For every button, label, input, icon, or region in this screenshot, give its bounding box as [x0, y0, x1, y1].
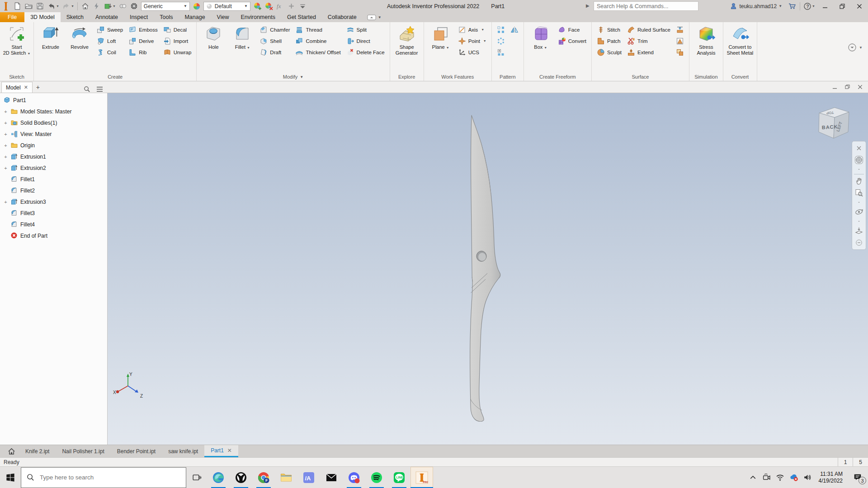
view-cube[interactable]: BACKLEFTTOP: [812, 102, 855, 145]
undo-icon[interactable]: ▼: [46, 1, 61, 11]
fx-icon[interactable]: fx: [274, 1, 286, 11]
chevron-up-icon[interactable]: [746, 467, 760, 488]
patch-button[interactable]: Patch: [595, 35, 623, 47]
doc-tab-saw-knife-ipt[interactable]: saw knife.ipt: [162, 445, 204, 457]
copy-object-button[interactable]: [674, 47, 686, 58]
close-icon[interactable]: ✕: [227, 447, 232, 454]
taskbar-explorer[interactable]: [275, 467, 297, 488]
doc-tab-nail-polisher-1-ipt[interactable]: Nail Polisher 1.ipt: [56, 445, 110, 457]
doc-close-icon[interactable]: [858, 84, 863, 89]
browser-tab-model[interactable]: Model ✕: [1, 82, 33, 93]
taskbar-xbox[interactable]: [230, 467, 252, 488]
unwrap-button[interactable]: Unwrap: [161, 47, 193, 58]
restore-button[interactable]: [834, 0, 851, 12]
save-icon[interactable]: [34, 1, 46, 11]
thread-button[interactable]: Thread: [293, 24, 342, 35]
ribbon-display-toggle[interactable]: ▼: [363, 12, 386, 22]
point-button[interactable]: Point▼: [456, 35, 488, 47]
tab-get-started[interactable]: Get Started: [281, 12, 322, 22]
tab-inspect[interactable]: Inspect: [124, 12, 154, 22]
fillet-button[interactable]: Fillet ▼: [228, 23, 257, 51]
material-combo[interactable]: Generic▼: [141, 2, 190, 11]
decal-button[interactable]: Decal: [161, 24, 193, 35]
panel-label-modify[interactable]: Modify▼: [197, 73, 389, 81]
redo-icon[interactable]: ▼: [61, 1, 75, 11]
chamfer-button[interactable]: Chamfer: [258, 24, 292, 35]
rib-button[interactable]: Rib: [127, 47, 160, 58]
wifi-icon[interactable]: [774, 467, 787, 488]
tree-item-extrusion2[interactable]: +Extrusion2: [0, 162, 107, 174]
ribbon-collapse-button[interactable]: ▼: [848, 43, 863, 52]
convert-button[interactable]: Convert: [556, 35, 588, 47]
constraints-icon[interactable]: [117, 1, 128, 11]
appearance-combo[interactable]: Default▼: [203, 2, 250, 11]
fit-mesh-face-button[interactable]: [674, 35, 686, 47]
tab-tools[interactable]: Tools: [154, 12, 179, 22]
help-search-box[interactable]: [594, 1, 698, 11]
hole-button[interactable]: Hole: [199, 23, 228, 50]
tab-sketch[interactable]: Sketch: [61, 12, 90, 22]
doc-minimize-icon[interactable]: [832, 84, 837, 89]
coil-button[interactable]: Coil: [95, 47, 125, 58]
convert-to-sheet-metal-button[interactable]: Convert toSheet Metal: [726, 23, 755, 56]
thicken-offset-button[interactable]: Thicken/ Offset: [293, 47, 342, 58]
new-file-icon[interactable]: [12, 1, 23, 11]
tab-view[interactable]: View: [211, 12, 235, 22]
clear-color-icon[interactable]: [263, 1, 274, 11]
search-icon[interactable]: [84, 86, 90, 93]
tab-file[interactable]: File: [0, 12, 24, 22]
tree-item-solid-bodies-1[interactable]: +Solid Bodies(1): [0, 117, 107, 128]
color-wheel-icon[interactable]: [191, 1, 202, 11]
taskbar-spotify[interactable]: [365, 467, 388, 488]
expander-icon[interactable]: +: [3, 199, 8, 204]
help-icon[interactable]: ? ▼: [802, 1, 816, 11]
tree-item-end-of-part[interactable]: End of Part: [0, 230, 107, 241]
tab-3d-model[interactable]: 3D Model: [24, 12, 61, 22]
extrude-button[interactable]: Extrude: [36, 23, 65, 50]
close-icon[interactable]: [853, 142, 865, 154]
onedrive-error-icon[interactable]: [787, 467, 801, 488]
tree-item-origin[interactable]: +Origin: [0, 140, 107, 151]
start-button[interactable]: [0, 467, 21, 488]
replace-face-button[interactable]: [674, 24, 686, 35]
username[interactable]: teuku.ahmad12: [739, 3, 777, 9]
close-button[interactable]: [851, 0, 868, 12]
orbit-icon[interactable]: [853, 206, 865, 218]
draft-button[interactable]: Draft: [258, 47, 292, 58]
taskbar-edge[interactable]: [207, 467, 230, 488]
emboss-button[interactable]: Emboss: [127, 24, 160, 35]
cart-icon[interactable]: [787, 1, 798, 11]
expander-icon[interactable]: +: [3, 143, 8, 148]
split-button[interactable]: Split: [344, 24, 387, 35]
tree-item-model-states-master[interactable]: +Model States: Master: [0, 106, 107, 117]
taskbar-search-box[interactable]: [21, 467, 186, 488]
tab-annotate[interactable]: Annotate: [90, 12, 124, 22]
capture-icon[interactable]: [91, 1, 102, 11]
box-button[interactable]: Box ▼: [526, 23, 555, 51]
meet-now-icon[interactable]: [760, 467, 774, 488]
pan-hand-icon[interactable]: [853, 175, 865, 187]
start-2d-sketch-button[interactable]: Start2D Sketch ▼: [2, 23, 31, 56]
tree-item-extrusion3[interactable]: +Extrusion3: [0, 196, 107, 207]
add-icon[interactable]: [286, 1, 297, 11]
shell-button[interactable]: Shell: [258, 35, 292, 47]
minimize-button[interactable]: [816, 0, 834, 12]
menu-icon[interactable]: [96, 86, 103, 92]
adjust-color-icon[interactable]: [252, 1, 263, 11]
clock[interactable]: 11:31 AM 4/19/2022: [819, 471, 843, 484]
update-icon[interactable]: ▼: [102, 1, 117, 11]
rectangular-pattern-button[interactable]: [495, 24, 507, 35]
circular-pattern-button[interactable]: [495, 35, 507, 47]
3d-viewport[interactable]: BACKLEFTTOP XYZ: [108, 93, 868, 445]
tree-item-fillet3[interactable]: Fillet3: [0, 207, 107, 219]
stress-analysis-button[interactable]: StressAnalysis: [692, 23, 721, 56]
more-icon[interactable]: [853, 237, 865, 249]
stitch-button[interactable]: Stitch: [595, 24, 623, 35]
tab-collaborate[interactable]: Collaborate: [322, 12, 363, 22]
taskbar-slash-a-app[interactable]: /A: [297, 467, 320, 488]
ruled-surface-button[interactable]: Ruled Surface: [625, 24, 672, 35]
tree-item-part1[interactable]: Part1: [0, 94, 107, 106]
qat-dropdown-icon[interactable]: [297, 1, 308, 11]
appearance-wheel-icon[interactable]: [128, 1, 140, 11]
zoom-window-icon[interactable]: [853, 187, 865, 199]
